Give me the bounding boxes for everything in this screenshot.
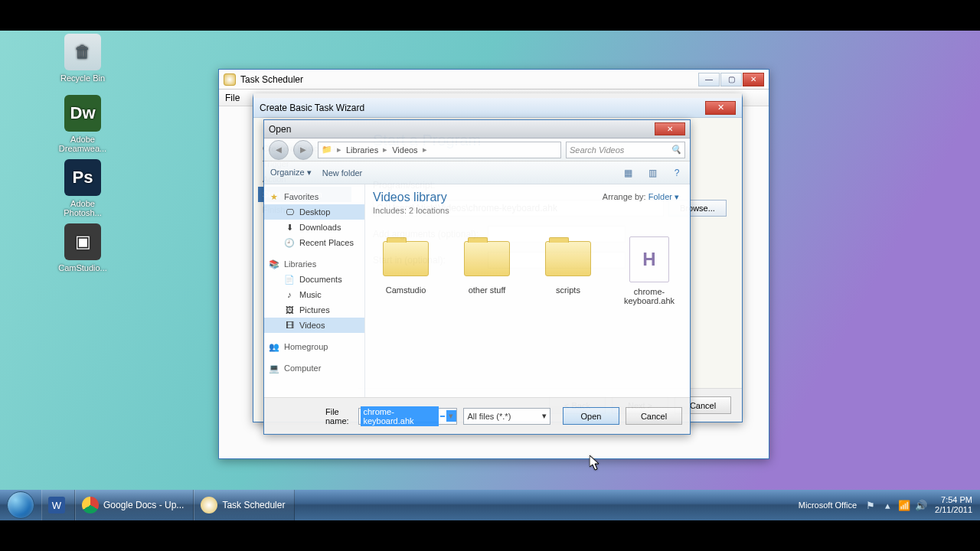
nav-computer-header[interactable]: 💻Computer xyxy=(264,360,364,376)
nav-desktop[interactable]: 🖵Desktop xyxy=(264,204,364,220)
desktop-icon-label: Recycle Bin xyxy=(52,73,113,83)
open-file-dialog: Open ✕ ◄ ► 📁 ▸ Libraries ▸ Videos ▸ Sear… xyxy=(263,119,691,435)
chrome-icon xyxy=(82,497,99,514)
folder-icon xyxy=(383,241,429,276)
task-label: Google Docs - Up... xyxy=(103,500,184,510)
filename-label: File name: xyxy=(272,407,352,425)
search-placeholder: Search Videos xyxy=(570,145,624,155)
new-folder-button[interactable]: New folder xyxy=(322,168,363,178)
nav-forward-button[interactable]: ► xyxy=(293,140,313,160)
nav-libraries-header[interactable]: 📚Libraries xyxy=(264,256,364,272)
folder-camstudio[interactable]: Camstudio xyxy=(373,236,439,305)
folder-icon xyxy=(545,241,591,276)
task-scheduler-icon xyxy=(224,73,236,86)
homegroup-icon: 👥 xyxy=(269,341,279,352)
menu-file[interactable]: File xyxy=(225,93,240,103)
camstudio-icon: ▣ xyxy=(64,223,101,260)
task-label: Task Scheduler xyxy=(222,500,285,510)
word-icon: W xyxy=(48,497,65,514)
desktop-icon-dreamweaver[interactable]: Dw Adobe Dreamwea... xyxy=(52,95,113,153)
computer-icon: 💻 xyxy=(269,363,279,373)
arrange-by-control[interactable]: Arrange by: Folder ▾ xyxy=(603,192,679,202)
view-mode-button[interactable]: ▦ xyxy=(621,166,635,180)
tray-label: Microsoft Office xyxy=(799,500,857,510)
desktop-icon-photoshop[interactable]: Ps Adobe Photosh... xyxy=(52,159,113,217)
star-icon: ★ xyxy=(269,191,279,202)
minimize-button[interactable]: — xyxy=(698,73,720,86)
close-button[interactable]: ✕ xyxy=(743,73,764,86)
dreamweaver-icon: Dw xyxy=(64,95,101,132)
music-icon: ♪ xyxy=(284,289,295,300)
close-button[interactable]: ✕ xyxy=(655,122,685,135)
tray-flag-icon[interactable]: ⚑ xyxy=(864,499,877,511)
nav-music[interactable]: ♪Music xyxy=(264,287,364,302)
open-dialog-title: Open xyxy=(269,124,291,135)
nav-documents[interactable]: 📄Documents xyxy=(264,272,364,287)
maximize-button[interactable]: ▢ xyxy=(720,73,742,86)
taskbar-clock[interactable]: 7:54 PM 2/11/2011 xyxy=(935,495,972,515)
desktop-icon-recycle-bin[interactable]: 🗑 Recycle Bin xyxy=(52,34,113,83)
organize-button[interactable]: Organize ▾ xyxy=(270,168,312,178)
documents-icon: 📄 xyxy=(284,274,295,285)
dropdown-icon: ▾ xyxy=(542,411,547,421)
folder-scripts[interactable]: scripts xyxy=(535,236,601,305)
windows-orb-icon xyxy=(7,491,34,519)
filename-value: chrome-keyboard.ahk xyxy=(361,406,439,426)
item-label: scripts xyxy=(535,285,601,295)
nav-pictures[interactable]: 🖼Pictures xyxy=(264,302,364,318)
help-button[interactable]: ? xyxy=(670,166,684,180)
folder-icon xyxy=(464,241,510,276)
taskbar[interactable]: W Google Docs - Up... Task Scheduler Mic… xyxy=(0,490,980,520)
dropdown-icon: ▾ xyxy=(446,410,456,422)
tray-volume-icon[interactable]: 🔊 xyxy=(915,499,927,511)
breadcrumb-videos[interactable]: Videos xyxy=(392,145,417,155)
desktop-icon: 🖵 xyxy=(284,207,295,217)
preview-pane-button[interactable]: ▥ xyxy=(645,166,659,180)
folder-other-stuff[interactable]: other stuff xyxy=(454,236,520,305)
file-chrome-keyboard-ahk[interactable]: H chrome-keyboard.ahk xyxy=(616,236,682,305)
close-button[interactable]: ✕ xyxy=(705,101,736,115)
pictures-icon: 🖼 xyxy=(284,305,295,315)
tray-network-icon[interactable]: 📶 xyxy=(898,499,910,511)
nav-downloads[interactable]: ⬇Downloads xyxy=(264,220,364,235)
taskbar-item-scheduler[interactable]: Task Scheduler xyxy=(194,490,295,520)
desktop-icon-label: Adobe Photosh... xyxy=(52,199,113,217)
cancel-button[interactable]: Cancel xyxy=(626,407,682,425)
nav-videos[interactable]: 🎞Videos xyxy=(264,318,364,333)
file-type-filter[interactable]: All files (*.*)▾ xyxy=(463,408,550,425)
scheduler-icon xyxy=(201,497,217,514)
window-title: Task Scheduler xyxy=(240,74,303,85)
nav-favorites-header[interactable]: ★Favorites xyxy=(264,189,364,204)
search-input[interactable]: Search Videos 🔍 xyxy=(566,142,685,158)
libraries-icon: 📚 xyxy=(269,259,279,269)
nav-homegroup-header[interactable]: 👥Homegroup xyxy=(264,339,364,354)
filename-input[interactable]: chrome-keyboard.ahk ▾ xyxy=(358,408,457,425)
breadcrumb-libraries[interactable]: Libraries xyxy=(346,145,378,155)
taskbar-item-chrome[interactable]: Google Docs - Up... xyxy=(75,490,194,520)
item-label: chrome-keyboard.ahk xyxy=(616,287,682,305)
folder-icon: 📁 xyxy=(322,145,332,155)
item-label: other stuff xyxy=(454,285,520,295)
taskbar-item-word[interactable]: W xyxy=(41,490,75,520)
open-button[interactable]: Open xyxy=(563,407,619,425)
videos-icon: 🎞 xyxy=(284,320,295,331)
downloads-icon: ⬇ xyxy=(284,222,295,233)
mouse-cursor xyxy=(590,455,601,471)
desktop-icon-camstudio[interactable]: ▣ CamStudio... xyxy=(52,223,113,272)
start-button[interactable] xyxy=(0,490,41,520)
file-list-pane[interactable]: Videos library Includes: 2 locations Arr… xyxy=(365,184,690,397)
navigation-pane[interactable]: ★Favorites 🖵Desktop ⬇Downloads 🕘Recent P… xyxy=(264,184,365,397)
tray-chevron-icon[interactable]: ▴ xyxy=(881,499,893,511)
nav-recent[interactable]: 🕘Recent Places xyxy=(264,235,364,250)
desktop-icon-label: CamStudio... xyxy=(52,263,113,272)
photoshop-icon: Ps xyxy=(64,159,101,196)
clock-date: 2/11/2011 xyxy=(935,505,972,515)
clock-time: 7:54 PM xyxy=(935,495,972,505)
ahk-file-icon: H xyxy=(629,236,669,282)
nav-back-button[interactable]: ◄ xyxy=(269,140,289,160)
item-label: Camstudio xyxy=(373,285,439,295)
system-tray[interactable]: Microsoft Office ⚑ ▴ 📶 🔊 7:54 PM 2/11/20… xyxy=(791,495,980,515)
address-bar[interactable]: 📁 ▸ Libraries ▸ Videos ▸ xyxy=(318,142,561,158)
library-subtitle: Includes: 2 locations xyxy=(373,206,682,215)
wizard-title: Create Basic Task Wizard xyxy=(260,103,364,113)
